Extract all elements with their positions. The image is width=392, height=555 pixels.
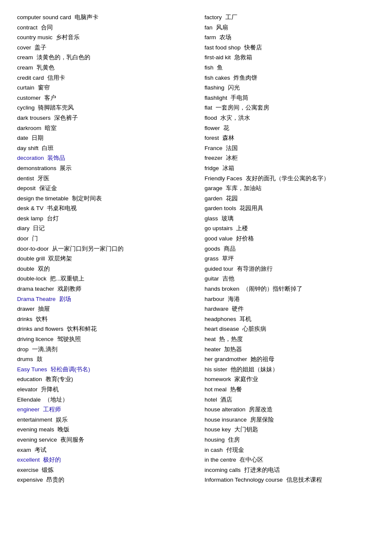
list-item: double-lock把...双重锁上 [17,274,187,283]
list-item: incoming calls打进来的电话 [205,465,375,475]
entry-chinese: 鼓 [37,356,43,362]
entry-english: in cash [205,447,223,453]
list-item: flashlight手电筒 [205,93,375,103]
entry-english: country music [17,34,52,40]
entry-english: decoration [17,155,44,161]
entry-chinese: 房屋改造 [249,406,273,413]
list-item[interactable]: decoration装饰品 [17,153,187,163]
entry-chinese: 窗帘 [38,84,50,91]
list-item: house key大门钥匙 [205,425,375,434]
list-item: driving licence驾驶执照 [17,335,187,344]
entry-chinese: 保证金 [39,185,57,191]
list-item: heater加热器 [205,345,375,354]
entry-english: entertainment [17,416,52,423]
entry-chinese: 手电筒 [231,95,248,101]
entry-english: her grandmother [205,356,247,362]
entry-english: forest [205,135,219,141]
entry-chinese: 住房 [228,436,240,443]
entry-chinese: （地址） [44,396,68,403]
entry-english: garage [205,185,222,191]
list-item: heat热，热度 [205,335,375,344]
entry-chinese: 一套房间，公寓套房 [216,104,269,111]
entry-chinese: （闹钟的）指针断掉了 [243,286,303,292]
list-item: double双的 [17,264,187,274]
list-item: go upstairs上楼 [205,224,375,233]
entry-english: design the timetable [17,195,69,202]
list-item: deposit保证金 [17,184,187,193]
entry-chinese: 装饰品 [47,155,65,161]
list-item: hands broken（闹钟的）指针断掉了 [205,284,375,294]
entry-chinese: 锻炼 [42,467,54,473]
entry-chinese: 有导游的旅行 [237,266,273,272]
list-item: fish cakes炸鱼肉饼 [205,73,375,83]
list-item: demonstrations展示 [17,164,187,173]
entry-chinese: 鱼 [217,64,223,71]
entry-chinese: 热，热度 [219,336,243,342]
list-item: cream淡黄色的，乳白色的 [17,53,187,62]
list-item: her grandmother她的祖母 [205,355,375,364]
entry-chinese: 日记 [33,225,45,231]
entry-english: incoming calls [205,467,241,473]
list-item: design the timetable制定时间表 [17,194,187,203]
list-item: goods商品 [205,244,375,254]
list-item: flood水灾，洪水 [205,113,375,123]
list-item: drinks and flowers饮料和鲜花 [17,324,187,334]
list-item: flashing闪光 [205,83,375,92]
entry-english: grass [205,255,219,262]
list-item[interactable]: engineer工程师 [17,405,187,414]
list-item: drawer抽屉 [17,304,187,314]
entry-english: exercise [17,467,38,473]
entry-english: drums [17,356,33,362]
entry-chinese: 昂贵的 [46,477,64,483]
entry-english: hot meal [205,386,227,393]
entry-english: evening service [17,436,57,443]
list-item: evening meals晚饭 [17,425,187,434]
entry-chinese: 盖子 [35,44,46,51]
entry-chinese: 家庭作业 [234,376,258,382]
entry-chinese: 花园 [226,195,238,202]
entry-chinese: 一滴,滴剂 [32,346,58,353]
entry-english: France [205,145,222,151]
entry-chinese: 极好的 [43,457,61,463]
entry-chinese: 升降机 [41,386,59,393]
list-item: forest森林 [205,133,375,143]
entry-chinese: 玻璃 [222,215,233,222]
entry-chinese: 冰柜 [226,155,238,161]
entry-chinese: 信息技术课程 [286,477,322,483]
entry-chinese: 抽屉 [38,306,50,312]
list-item: harbour海港 [205,295,375,304]
entry-english: diary [17,225,29,231]
entry-english: dentist [17,175,34,182]
entry-chinese: 心脏疾病 [242,326,266,332]
entry-english: drama teacher [17,286,54,292]
entry-chinese: 白班 [42,145,54,151]
entry-english: farm [205,34,216,40]
entry-english: cover [17,44,31,51]
entry-chinese: 农场 [219,34,231,40]
entry-english: customer [17,95,41,101]
entry-chinese: 剧场 [59,296,71,302]
list-item: entertainment娱乐 [17,415,187,425]
entry-english: glass [205,215,218,222]
list-item[interactable]: Easy Tunes轻松曲调(书名) [17,365,187,374]
list-item: garage车库，加油站 [205,184,375,193]
entry-english: dark trousers [17,115,51,121]
entry-chinese: 水灾，洪水 [220,115,250,121]
entry-english: Drama Theatre [17,296,56,302]
entry-english: desk lamp [17,215,43,222]
list-item: glass玻璃 [205,214,375,223]
list-item: desk lamp台灯 [17,214,187,223]
entry-english: house key [205,426,231,433]
list-item[interactable]: Drama Theatre剧场 [17,295,187,304]
entry-chinese: 上楼 [236,225,248,231]
list-item: Information Technology course信息技术课程 [205,475,375,485]
list-item: freezer冰柜 [205,153,375,163]
list-item: house insurance房屋保险 [205,415,375,425]
list-item[interactable]: excellent极好的 [17,455,187,465]
entry-english: fish [205,64,213,71]
entry-english: factory [205,14,222,20]
list-item: flower花 [205,124,375,133]
list-item: hot meal热餐 [205,385,375,394]
list-item: contract合同 [17,23,187,32]
list-item: factory工厂 [205,13,375,22]
